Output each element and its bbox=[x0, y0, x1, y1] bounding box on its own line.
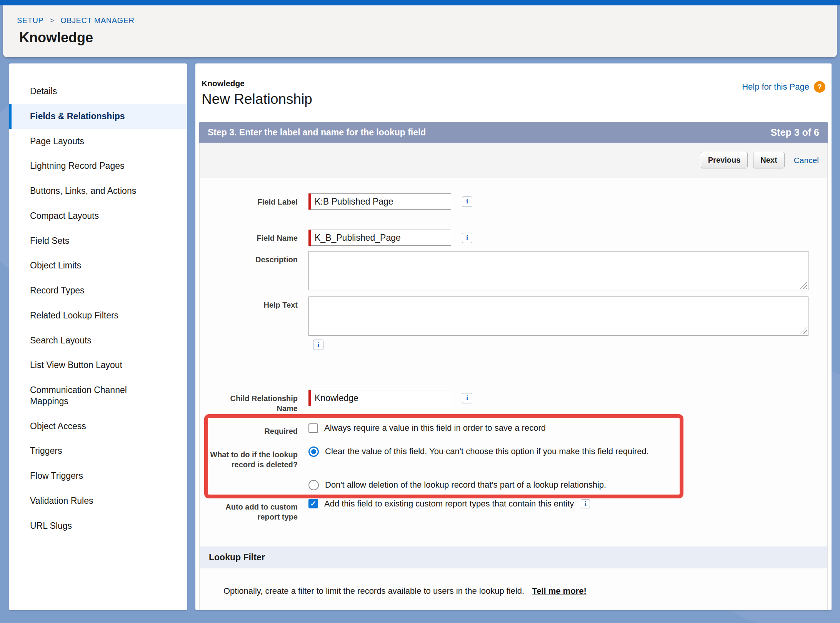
sidebar-item-search-layouts[interactable]: Search Layouts bbox=[9, 328, 187, 353]
sidebar-item-object-limits[interactable]: Object Limits bbox=[9, 253, 187, 278]
sidebar-item-buttons-links-and-actions[interactable]: Buttons, Links, and Actions bbox=[9, 178, 187, 203]
lookup-filter-body: Optionally, create a filter to limit the… bbox=[200, 568, 827, 610]
setup-header: SETUP > OBJECT MANAGER Knowledge bbox=[3, 5, 837, 57]
annotated-region: Required Always require a value in this … bbox=[200, 420, 827, 493]
deletion-radio-clear-value[interactable] bbox=[308, 446, 319, 457]
sidebar-item-flow-triggers[interactable]: Flow Triggers bbox=[9, 463, 187, 488]
breadcrumb-setup[interactable]: SETUP bbox=[17, 16, 43, 25]
info-icon[interactable]: i bbox=[462, 393, 472, 403]
field-name-label: Field Name bbox=[200, 230, 298, 243]
info-icon[interactable]: i bbox=[462, 233, 472, 243]
auto-add-checkbox[interactable] bbox=[308, 499, 318, 508]
auto-add-label: Auto add to custom report type bbox=[200, 498, 298, 522]
sidebar-item-url-slugs[interactable]: URL Slugs bbox=[9, 513, 187, 538]
deletion-option-row-clear: What to do if the lookup record is delet… bbox=[200, 446, 827, 470]
breadcrumb-object-manager[interactable]: OBJECT MANAGER bbox=[60, 16, 134, 25]
help-text-label: Help Text bbox=[200, 297, 298, 310]
sidebar-item-validation-rules[interactable]: Validation Rules bbox=[9, 488, 187, 513]
top-blue-strip bbox=[0, 0, 840, 5]
page-title: New Relationship bbox=[202, 91, 312, 107]
description-row: Description bbox=[200, 251, 827, 290]
tell-me-more-link[interactable]: Tell me more! bbox=[532, 586, 586, 596]
info-icon[interactable]: i bbox=[313, 340, 323, 350]
required-checkbox[interactable] bbox=[308, 423, 318, 433]
auto-add-row: Auto add to custom report type Add this … bbox=[200, 498, 827, 522]
lookup-field-form: Field Label i Field Name i bbox=[200, 178, 827, 533]
sidebar-item-field-sets[interactable]: Field Sets bbox=[9, 228, 187, 253]
sidebar-item-triggers[interactable]: Triggers bbox=[9, 438, 187, 463]
breadcrumb: SETUP > OBJECT MANAGER bbox=[17, 16, 823, 25]
child-relationship-name-input[interactable] bbox=[311, 390, 451, 406]
info-icon[interactable]: i bbox=[581, 499, 590, 508]
sidebar-item-list-view-button-layout[interactable]: List View Button Layout bbox=[9, 353, 187, 378]
step-title: Step 3. Enter the label and name for the… bbox=[208, 127, 426, 138]
sidebar-item-record-types[interactable]: Record Types bbox=[9, 278, 187, 303]
step-header-bar: Step 3. Enter the label and name for the… bbox=[199, 122, 828, 143]
sidebar-list: DetailsFields & RelationshipsPage Layout… bbox=[9, 63, 187, 538]
sidebar-item-compact-layouts[interactable]: Compact Layouts bbox=[9, 203, 187, 228]
object-title: Knowledge bbox=[19, 30, 823, 46]
sidebar: DetailsFields & RelationshipsPage Layout… bbox=[9, 63, 187, 610]
help-icon[interactable]: ? bbox=[814, 81, 825, 93]
child-relationship-label: Child Relationship Name bbox=[200, 390, 298, 413]
help-text-textarea[interactable] bbox=[308, 297, 808, 336]
lookup-filter-description: Optionally, create a filter to limit the… bbox=[223, 586, 524, 596]
lookup-filter-section-header: Lookup Filter bbox=[200, 546, 827, 568]
help-text-row: Help Text bbox=[200, 297, 827, 336]
main-header: Knowledge New Relationship Help for this… bbox=[199, 79, 828, 107]
sidebar-item-communication-channel-mappings[interactable]: Communication Channel Mappings bbox=[9, 378, 187, 414]
field-label-input[interactable] bbox=[311, 193, 451, 210]
deletion-option-text: Don't allow deletion of the lookup recor… bbox=[325, 480, 606, 491]
deletion-label: What to do if the lookup record is delet… bbox=[200, 446, 298, 470]
field-name-input[interactable] bbox=[311, 230, 451, 246]
previous-button-top[interactable]: Previous bbox=[701, 152, 748, 168]
child-relationship-row: Child Relationship Name i bbox=[200, 390, 827, 413]
description-textarea[interactable] bbox=[308, 251, 808, 290]
field-label-label: Field Label bbox=[200, 193, 298, 207]
top-button-row: Previous Next Cancel bbox=[200, 143, 827, 178]
breadcrumb-separator: > bbox=[50, 16, 54, 25]
sidebar-item-page-layouts[interactable]: Page Layouts bbox=[9, 129, 187, 154]
sidebar-item-details[interactable]: Details bbox=[9, 79, 187, 104]
required-option-text: Always require a value in this field in … bbox=[324, 423, 546, 434]
cancel-link-top[interactable]: Cancel bbox=[794, 156, 819, 165]
content-area: DetailsFields & RelationshipsPage Layout… bbox=[0, 57, 840, 610]
help-for-this-page-link[interactable]: Help for this Page bbox=[742, 82, 809, 92]
deletion-label-spacer bbox=[200, 480, 298, 483]
deletion-option-text: Clear the value of this field. You can't… bbox=[325, 446, 649, 457]
sidebar-item-object-access[interactable]: Object Access bbox=[9, 414, 187, 439]
description-label: Description bbox=[200, 251, 298, 265]
context-object-name: Knowledge bbox=[202, 79, 312, 88]
next-button-top[interactable]: Next bbox=[753, 152, 784, 168]
wizard-body: Previous Next Cancel Field Label i Field… bbox=[199, 143, 828, 610]
required-label: Required bbox=[200, 423, 298, 436]
deletion-option-row-dont-allow: Don't allow deletion of the lookup recor… bbox=[200, 480, 827, 491]
deletion-radio-dont-allow[interactable] bbox=[308, 480, 319, 490]
sidebar-item-lightning-record-pages[interactable]: Lightning Record Pages bbox=[9, 153, 187, 178]
help-text-info-row: i bbox=[313, 340, 827, 350]
step-count: Step 3 of 6 bbox=[771, 127, 819, 138]
required-row: Required Always require a value in this … bbox=[200, 423, 827, 436]
sidebar-item-fields-relationships[interactable]: Fields & Relationships bbox=[9, 104, 187, 129]
field-label-row: Field Label i bbox=[200, 193, 827, 210]
main-card: Knowledge New Relationship Help for this… bbox=[195, 63, 832, 610]
sidebar-item-related-lookup-filters[interactable]: Related Lookup Filters bbox=[9, 303, 187, 328]
field-name-row: Field Name i bbox=[200, 230, 827, 246]
info-icon[interactable]: i bbox=[462, 197, 472, 207]
auto-add-option-text: Add this field to existing custom report… bbox=[324, 498, 574, 510]
